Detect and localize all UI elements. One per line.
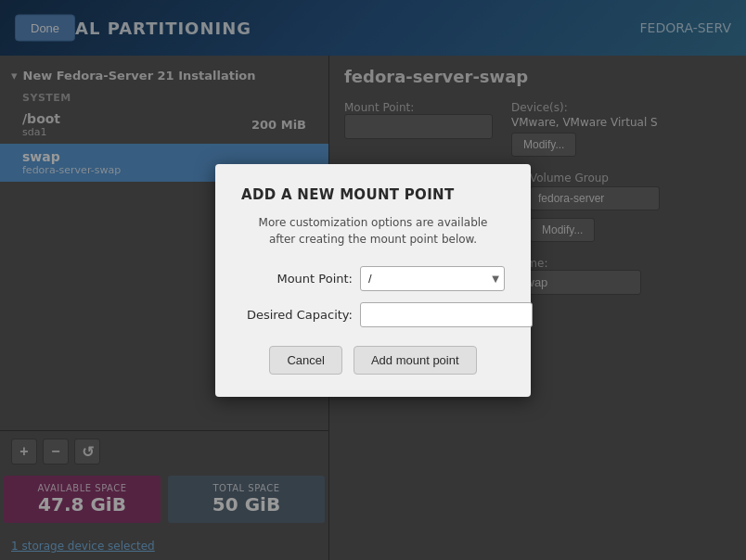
- modal-mount-point-wrapper: / /boot /home /var swap ▼: [360, 266, 505, 291]
- modal-desired-capacity-label: Desired Capacity:: [241, 308, 353, 322]
- modal-form: Mount Point: / /boot /home /var swap ▼ D…: [241, 266, 505, 327]
- modal-overlay: ADD A NEW MOUNT POINT More customization…: [0, 0, 746, 560]
- modal-add-button[interactable]: Add mount point: [354, 346, 477, 375]
- modal-buttons: Cancel Add mount point: [241, 346, 505, 375]
- modal-mount-point-row: Mount Point: / /boot /home /var swap ▼: [241, 266, 505, 291]
- modal-desired-capacity-input[interactable]: [360, 302, 533, 327]
- modal-mount-point-label: Mount Point:: [241, 272, 353, 286]
- modal-mount-point-select[interactable]: / /boot /home /var swap: [360, 266, 505, 291]
- modal-cancel-button[interactable]: Cancel: [269, 346, 341, 375]
- modal-title: ADD A NEW MOUNT POINT: [241, 186, 505, 203]
- modal-description: More customization options are available…: [241, 214, 505, 248]
- modal-dialog: ADD A NEW MOUNT POINT More customization…: [215, 164, 531, 397]
- modal-desired-capacity-row: Desired Capacity:: [241, 302, 505, 327]
